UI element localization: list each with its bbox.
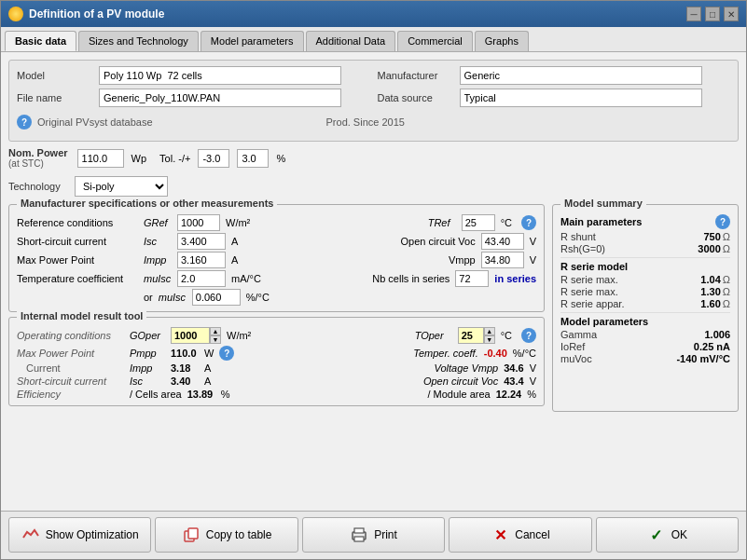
isc2-unit: A bbox=[204, 376, 211, 387]
tab-basic-data[interactable]: Basic data bbox=[5, 31, 76, 51]
muovoc-label: muVoc bbox=[560, 353, 592, 364]
svg-rect-1 bbox=[188, 528, 198, 539]
rserie-max2-value: 1.30 bbox=[700, 286, 720, 297]
impp-input[interactable] bbox=[177, 252, 226, 268]
model-help-icon[interactable]: ? bbox=[715, 214, 730, 229]
specs-group-title: Manufacturer specifications or other mea… bbox=[17, 198, 277, 209]
goper-spinner[interactable]: ▲ ▼ bbox=[171, 327, 221, 344]
svg-rect-4 bbox=[354, 537, 364, 541]
toper-spinner[interactable]: ▲ ▼ bbox=[458, 327, 495, 344]
rshunt-unit: Ω bbox=[723, 231, 730, 242]
gref-unit: W/m² bbox=[226, 217, 250, 228]
manufacturer-label: Manufacturer bbox=[378, 70, 452, 81]
tab-sizes-technology[interactable]: Sizes and Technology bbox=[78, 31, 199, 51]
voc-unit: V bbox=[530, 236, 536, 247]
pmpp-name: Pmpp bbox=[130, 348, 165, 359]
vmpp2-value: 34.6 bbox=[504, 362, 523, 374]
tab-commercial[interactable]: Commercial bbox=[397, 31, 473, 51]
pmpp-help-icon[interactable]: ? bbox=[219, 346, 234, 361]
tab-additional-data[interactable]: Additional Data bbox=[306, 31, 396, 51]
datasource-input[interactable] bbox=[460, 89, 702, 107]
print-button[interactable]: Print bbox=[302, 517, 445, 553]
muisc2-input[interactable] bbox=[192, 289, 241, 306]
goper-up[interactable]: ▲ bbox=[210, 327, 221, 335]
voc-input[interactable] bbox=[481, 233, 524, 250]
model-input[interactable] bbox=[99, 66, 341, 85]
impp-name: Impp bbox=[144, 254, 172, 266]
help-icon[interactable]: ? bbox=[17, 115, 32, 130]
nom-stc-label: (at STC) bbox=[8, 158, 68, 169]
nom-wp-unit: Wp bbox=[131, 153, 147, 164]
voltage-label: Voltage Vmpp bbox=[435, 362, 499, 374]
title-buttons: ─ □ ✕ bbox=[686, 7, 739, 21]
tab-graphs[interactable]: Graphs bbox=[475, 31, 529, 51]
tc-value: -0.40 bbox=[484, 348, 507, 359]
rserie-max-unit: Ω bbox=[723, 274, 730, 285]
isc-unit: A bbox=[231, 236, 238, 247]
ok-button[interactable]: ✓ OK bbox=[596, 517, 739, 553]
muisc-input[interactable] bbox=[177, 270, 226, 287]
isc2-label: Short-circuit current bbox=[17, 376, 124, 387]
specs-help-icon[interactable]: ? bbox=[521, 215, 536, 230]
print-label: Print bbox=[374, 528, 397, 541]
copy-table-icon bbox=[182, 527, 201, 542]
rserie-app-unit: Ω bbox=[723, 298, 730, 309]
cells-input[interactable] bbox=[455, 270, 489, 287]
ioref-value: 0.25 nA bbox=[694, 341, 730, 352]
rshg0-label: Rsh(G=0) bbox=[560, 243, 605, 254]
rserie-max-value: 1.04 bbox=[700, 274, 720, 285]
eff-cells-unit: % bbox=[221, 389, 230, 400]
tol-minus-input[interactable] bbox=[198, 149, 229, 168]
show-opt-icon bbox=[21, 527, 40, 542]
isc2-name: Isc bbox=[130, 376, 165, 387]
toper-down[interactable]: ▼ bbox=[484, 335, 495, 344]
datasource-label: Data source bbox=[378, 92, 452, 103]
maximize-button[interactable]: □ bbox=[705, 7, 720, 21]
copy-table-label: Copy to table bbox=[206, 528, 272, 541]
toper-unit: °C bbox=[501, 330, 512, 341]
copy-table-button[interactable]: Copy to table bbox=[155, 517, 297, 553]
nom-power-label: Nom. Power bbox=[8, 147, 68, 158]
goper-down[interactable]: ▼ bbox=[210, 335, 221, 344]
filename-input[interactable] bbox=[99, 89, 341, 107]
ok-icon: ✓ bbox=[647, 527, 666, 542]
isc-input[interactable] bbox=[177, 233, 226, 250]
rshunt-label: R shunt bbox=[560, 231, 596, 242]
tol-pct-unit: % bbox=[276, 153, 285, 164]
voc-label: Open circuit Voc bbox=[401, 236, 476, 247]
impp2-unit: A bbox=[204, 362, 211, 374]
eff-mod-label: / Module area bbox=[427, 389, 490, 400]
model-label: Model bbox=[17, 70, 91, 81]
tech-label: Technology bbox=[8, 181, 69, 192]
print-icon bbox=[350, 527, 368, 542]
or-label: or bbox=[144, 292, 153, 303]
vmpp2-unit: V bbox=[530, 362, 536, 374]
tech-select[interactable]: Si-poly Si-mono CIS bbox=[75, 176, 168, 197]
content-area: Model File name Manufacturer Data source bbox=[1, 52, 746, 511]
vmpp-label: Vmpp bbox=[449, 254, 476, 266]
tref-input[interactable] bbox=[462, 214, 495, 231]
cancel-button[interactable]: ✕ Cancel bbox=[449, 517, 591, 553]
toper-up[interactable]: ▲ bbox=[484, 327, 495, 335]
minimize-button[interactable]: ─ bbox=[686, 7, 701, 21]
nom-power-input[interactable] bbox=[77, 149, 124, 168]
manufacturer-input[interactable] bbox=[460, 66, 702, 85]
tc-unit: %/°C bbox=[513, 348, 536, 359]
goper-unit: W/m² bbox=[227, 330, 251, 341]
ioref-label: IoRef bbox=[560, 341, 585, 352]
muisc2-name: muIsc bbox=[159, 292, 187, 303]
tol-plus-input[interactable] bbox=[237, 149, 269, 168]
isc-name: Isc bbox=[144, 236, 172, 247]
show-optimization-button[interactable]: Show Optimization bbox=[8, 517, 151, 553]
tref-name: TRef bbox=[428, 217, 456, 228]
tab-model-parameters[interactable]: Model parameters bbox=[201, 31, 304, 51]
muisc-unit: mA/°C bbox=[231, 273, 261, 284]
vmpp-unit: V bbox=[530, 254, 536, 266]
in-series-label: in series bbox=[494, 273, 536, 284]
close-button[interactable]: ✕ bbox=[724, 7, 739, 21]
gref-input[interactable] bbox=[177, 214, 220, 231]
internal-help-icon[interactable]: ? bbox=[521, 328, 536, 343]
gref-name: GRef bbox=[144, 217, 172, 228]
vmpp-input[interactable] bbox=[481, 252, 524, 268]
goper-name: GOper bbox=[130, 330, 165, 341]
